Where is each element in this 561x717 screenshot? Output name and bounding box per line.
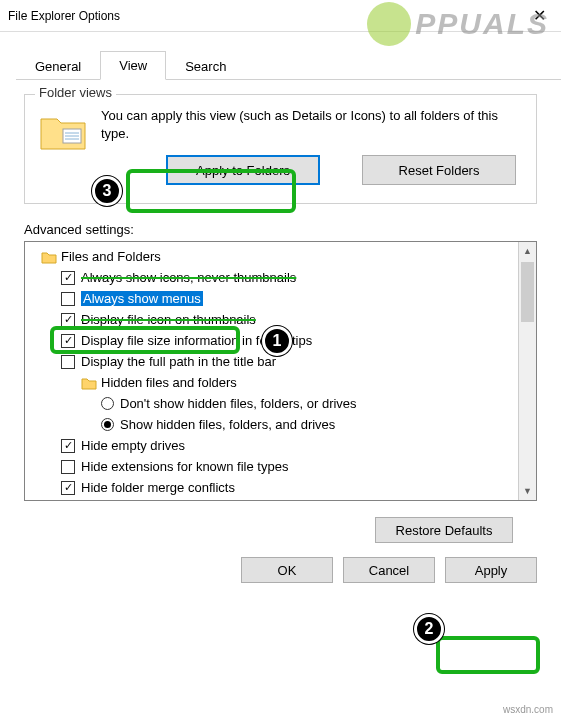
highlight-apply: [436, 636, 540, 674]
folder-icon: [39, 109, 87, 153]
tab-view[interactable]: View: [100, 51, 166, 80]
restore-defaults-button[interactable]: Restore Defaults: [375, 517, 513, 543]
tab-general[interactable]: General: [16, 52, 100, 80]
checkbox[interactable]: [61, 271, 75, 285]
checkbox[interactable]: [61, 334, 75, 348]
tree-item[interactable]: Hide empty drives: [31, 435, 518, 456]
badge-1-icon: 1: [262, 326, 292, 356]
checkbox[interactable]: [61, 355, 75, 369]
tree-group-hidden: Hidden files and folders: [31, 372, 518, 393]
checkbox[interactable]: [61, 439, 75, 453]
tree-radio-item[interactable]: Show hidden files, folders, and drives: [31, 414, 518, 435]
tree-item[interactable]: Always show icons, never thumbnails: [31, 267, 518, 288]
cancel-button[interactable]: Cancel: [343, 557, 435, 583]
checkbox[interactable]: [61, 481, 75, 495]
checkbox[interactable]: [61, 292, 75, 306]
scroll-track[interactable]: [519, 260, 536, 482]
badge-3-icon: 3: [92, 176, 122, 206]
tree-root: Files and Folders: [31, 246, 518, 267]
tree-item[interactable]: Hide protected operating system files (R…: [31, 498, 518, 500]
scroll-down-button[interactable]: ▼: [519, 482, 536, 500]
tab-bar: General View Search: [16, 50, 561, 80]
badge-2-icon: 2: [414, 614, 444, 644]
apply-to-folders-button[interactable]: Apply to Folders: [166, 155, 320, 185]
reset-folders-button[interactable]: Reset Folders: [362, 155, 516, 185]
folder-views-legend: Folder views: [35, 85, 116, 100]
radio[interactable]: [101, 397, 114, 410]
advanced-settings-label: Advanced settings:: [24, 222, 537, 237]
tab-search[interactable]: Search: [166, 52, 245, 80]
checkbox[interactable]: [61, 460, 75, 474]
tree-radio-item[interactable]: Don't show hidden files, folders, or dri…: [31, 393, 518, 414]
folder-small-icon: [41, 249, 57, 265]
advanced-settings-tree: Files and Folders Always show icons, nev…: [24, 241, 537, 501]
scroll-thumb[interactable]: [521, 262, 534, 322]
folder-views-text: You can apply this view (such as Details…: [101, 107, 522, 143]
scroll-up-button[interactable]: ▲: [519, 242, 536, 260]
scrollbar[interactable]: ▲ ▼: [518, 242, 536, 500]
folder-small-icon: [81, 375, 97, 391]
content-area: Folder views You can apply this view (su…: [0, 80, 561, 543]
checkbox[interactable]: [61, 313, 75, 327]
ok-button[interactable]: OK: [241, 557, 333, 583]
credit-text: wsxdn.com: [503, 704, 553, 715]
tree-item-always-show-menus[interactable]: Always show menus: [31, 288, 518, 309]
watermark: PPUALS: [367, 2, 549, 46]
tree-item[interactable]: Hide extensions for known file types: [31, 456, 518, 477]
radio[interactable]: [101, 418, 114, 431]
tree-item[interactable]: Hide folder merge conflicts: [31, 477, 518, 498]
tree-content: Files and Folders Always show icons, nev…: [25, 242, 518, 500]
watermark-icon: [367, 2, 411, 46]
apply-button[interactable]: Apply: [445, 557, 537, 583]
footer-buttons: OK Cancel Apply: [0, 543, 561, 583]
